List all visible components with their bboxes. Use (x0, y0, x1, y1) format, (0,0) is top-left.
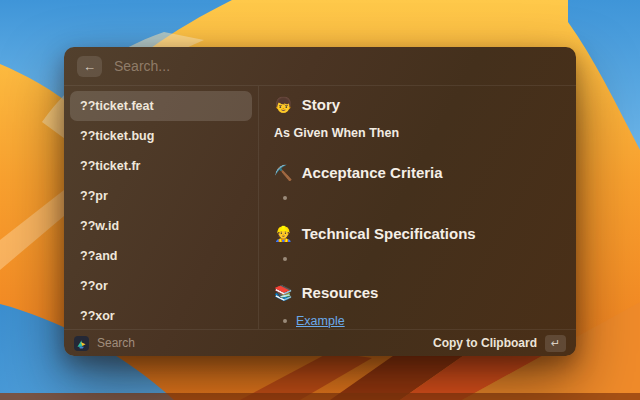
section-story: 👦 Story (274, 95, 560, 114)
copy-to-clipboard-button[interactable]: Copy to Clipboard (433, 336, 537, 350)
section-acceptance-criteria: ⛏️ Acceptance Criteria (274, 163, 560, 182)
pickaxe-emoji-icon: ⛏️ (274, 165, 293, 180)
list-item-ticket-fr[interactable]: ??ticket.fr (70, 151, 252, 181)
list-item-xor[interactable]: ??xor (70, 301, 252, 331)
list-item-pr[interactable]: ??pr (70, 181, 252, 211)
command-app-icon (74, 336, 89, 351)
app-window: ← Search... ??ticket.feat ??ticket.bug ?… (64, 47, 576, 356)
back-arrow-icon: ← (83, 60, 96, 73)
section-title-text: Resources (302, 283, 379, 302)
construction-worker-emoji-icon: 👷 (274, 226, 293, 241)
section-title-text: Technical Specifications (302, 224, 476, 243)
list-item-ticket-bug[interactable]: ??ticket.bug (70, 121, 252, 151)
books-emoji-icon: 📚 (274, 285, 293, 300)
empty-bullet-item (283, 257, 560, 261)
section-title-text: Story (302, 95, 340, 114)
search-input[interactable]: Search... (114, 58, 170, 74)
section-title-text: Acceptance Criteria (302, 163, 443, 182)
section-technical-specifications: 👷 Technical Specifications (274, 224, 560, 243)
section-resources: 📚 Resources (274, 283, 560, 302)
bird-icon (75, 337, 88, 350)
list-item-ticket-feat[interactable]: ??ticket.feat (70, 91, 252, 121)
bullet-icon (283, 196, 287, 200)
action-bar: Search Copy to Clipboard ↵ (64, 329, 576, 356)
story-body-text: As Given When Then (274, 126, 560, 140)
search-bar: ← Search... (64, 47, 576, 86)
list-item-w-id[interactable]: ??w.id (70, 211, 252, 241)
footer-mode-label: Search (97, 336, 135, 350)
snippet-list: ??ticket.feat ??ticket.bug ??ticket.fr ?… (64, 86, 259, 329)
bullet-icon (283, 257, 287, 261)
empty-bullet-item (283, 196, 560, 200)
snippet-preview: 👦 Story As Given When Then ⛏️ Acceptance… (259, 86, 576, 329)
return-key-icon: ↵ (545, 335, 566, 352)
example-link[interactable]: Example (296, 314, 345, 328)
list-item-or[interactable]: ??or (70, 271, 252, 301)
main-area: ??ticket.feat ??ticket.bug ??ticket.fr ?… (64, 86, 576, 329)
back-button[interactable]: ← (77, 56, 102, 77)
list-item-and[interactable]: ??and (70, 241, 252, 271)
bullet-icon (283, 319, 287, 323)
boy-emoji-icon: 👦 (274, 97, 293, 112)
resource-bullet-item: Example (283, 314, 560, 328)
